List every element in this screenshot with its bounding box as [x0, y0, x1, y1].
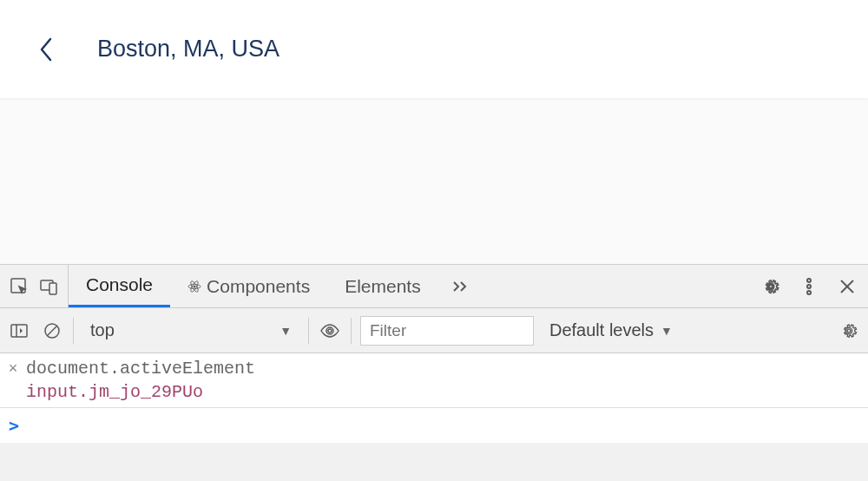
kebab-icon: [799, 277, 819, 296]
device-toolbar-button[interactable]: [36, 274, 61, 299]
tab-elements[interactable]: Elements: [327, 265, 438, 307]
svg-rect-2: [49, 283, 56, 294]
devtools-right-tools: [750, 265, 868, 307]
svg-point-7: [807, 279, 811, 282]
location-input[interactable]: [97, 36, 531, 63]
svg-line-15: [48, 326, 57, 335]
devtools-panel: Console Components Elements: [0, 264, 868, 481]
chevron-left-icon: [36, 36, 56, 63]
settings-button[interactable]: [759, 274, 783, 299]
svg-point-8: [807, 285, 811, 288]
console-sidebar-toggle[interactable]: [7, 319, 31, 343]
separator: [73, 318, 74, 344]
more-options-button[interactable]: [797, 274, 821, 299]
tabs-overflow-button[interactable]: [438, 265, 482, 307]
devtools-tabbar: Console Components Elements: [0, 265, 868, 308]
svg-rect-12: [11, 325, 27, 337]
live-expression-button[interactable]: [318, 319, 342, 343]
chevron-double-right-icon: [450, 277, 470, 296]
separator: [308, 318, 309, 344]
tab-components[interactable]: Components: [170, 265, 327, 307]
svg-point-16: [328, 329, 332, 333]
execution-context-selector[interactable]: top ▼: [82, 316, 299, 345]
levels-label: Default levels: [549, 320, 654, 340]
console-prompt[interactable]: >: [0, 408, 868, 443]
console-log: × document.activeElement input.jm_jo_29P…: [0, 353, 868, 408]
clear-console-button[interactable]: [40, 319, 64, 343]
app-header: [0, 0, 868, 98]
console-result[interactable]: input.jm_jo_29PUo: [0, 380, 868, 407]
caret-down-icon: ▼: [661, 324, 673, 338]
tab-console[interactable]: Console: [69, 265, 170, 307]
tab-label: Elements: [345, 276, 421, 297]
context-label: top: [90, 320, 115, 340]
close-devtools-button[interactable]: [835, 274, 859, 299]
tab-label: Components: [207, 276, 310, 297]
clear-icon: [43, 321, 62, 340]
console-filter-input[interactable]: [360, 316, 534, 346]
devtools-left-tools: [0, 265, 69, 307]
back-button[interactable]: [33, 36, 59, 63]
prompt-caret-icon: >: [9, 415, 19, 436]
inspect-element-button[interactable]: [7, 274, 31, 299]
tab-label: Console: [86, 274, 153, 295]
sidebar-icon: [10, 321, 29, 340]
caret-down-icon: ▼: [279, 324, 292, 338]
react-icon: [187, 280, 201, 293]
svg-point-9: [807, 291, 811, 294]
svg-point-3: [194, 285, 196, 287]
eye-icon: [319, 320, 340, 341]
console-toolbar: top ▼ Default levels ▼: [0, 308, 868, 353]
close-icon: [838, 278, 856, 295]
log-levels-selector[interactable]: Default levels ▼: [542, 320, 680, 340]
console-settings-button[interactable]: [837, 319, 861, 343]
devtools-tabs: Console Components Elements: [69, 265, 750, 307]
delete-entry-button[interactable]: ×: [7, 359, 19, 378]
gear-icon: [761, 277, 780, 296]
separator: [351, 318, 352, 344]
console-entry: × document.activeElement: [0, 353, 868, 380]
console-expression[interactable]: document.activeElement: [26, 359, 255, 379]
content-area: [0, 98, 868, 264]
gear-icon: [839, 321, 858, 340]
